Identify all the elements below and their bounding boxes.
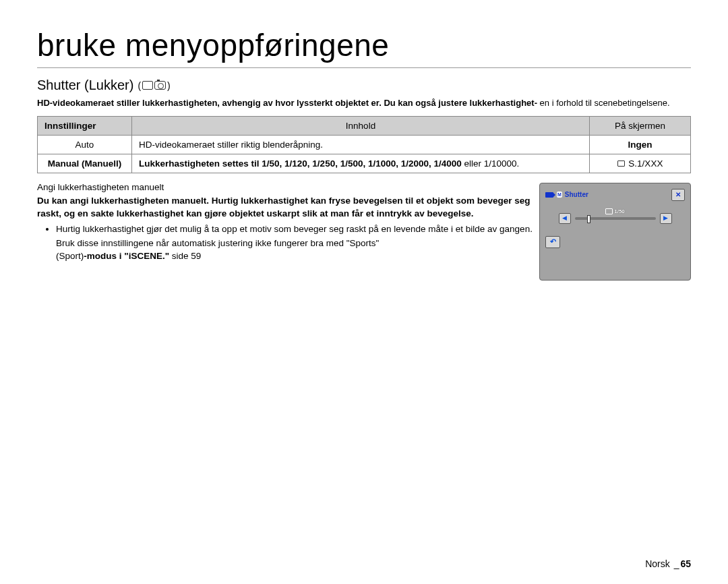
arrow-right-icon: ▶ bbox=[663, 214, 668, 223]
intro-rest: en i forhold til scenebetingelsene. bbox=[540, 98, 670, 108]
page-title: bruke menyoppføringene bbox=[37, 27, 691, 68]
camera-icon bbox=[545, 192, 553, 198]
lcd-title: M Shutter bbox=[545, 190, 667, 200]
mode-icons: ( ) bbox=[138, 80, 170, 91]
cell-setting: Manual (Manuell) bbox=[38, 154, 132, 173]
cell-content: HD-videokameraet stiller riktig blenderå… bbox=[132, 135, 590, 154]
cell-content-bold: Lukkerhastigheten settes til 1/50, 1/120… bbox=[139, 158, 464, 169]
manual-badge-icon: M bbox=[557, 192, 562, 198]
cell-display: S.1/XXX bbox=[590, 154, 691, 173]
manual-description: Du kan angi lukkerhastigheten manuelt. H… bbox=[37, 195, 549, 221]
lcd-value-text: 1/50 bbox=[614, 208, 625, 214]
th-settings: Innstillinger bbox=[38, 116, 132, 135]
tips-list: Hurtig lukkerhastighet gjør det mulig å … bbox=[56, 223, 555, 236]
table-row: Auto HD-videokameraet stiller riktig ble… bbox=[38, 135, 691, 154]
manual-mode-icon bbox=[617, 160, 625, 167]
sub2b: -modus i "iSCENE." bbox=[84, 251, 172, 261]
close-icon: ✕ bbox=[675, 190, 681, 200]
footer-lang: Norsk bbox=[645, 558, 670, 569]
photo-mode-icon bbox=[154, 81, 166, 90]
video-mode-icon bbox=[142, 81, 153, 90]
section-heading: Shutter (Lukker) ( ) bbox=[37, 78, 691, 93]
sub2a: (Sport) bbox=[56, 251, 84, 261]
th-display: På skjermen bbox=[590, 116, 691, 135]
table-row: Manual (Manuell) Lukkerhastigheten sette… bbox=[38, 154, 691, 173]
sub2c: side 59 bbox=[172, 251, 202, 261]
footer-sep: _ bbox=[674, 558, 679, 569]
table-header-row: Innstillinger Innhold På skjermen bbox=[38, 116, 691, 135]
paren-open: ( bbox=[138, 80, 141, 91]
arrow-left-icon: ◀ bbox=[562, 214, 567, 223]
lcd-value: 1/50 bbox=[540, 208, 690, 215]
cell-content: Lukkerhastigheten settes til 1/50, 1/120… bbox=[132, 154, 590, 173]
lcd-title-text: Shutter bbox=[565, 190, 588, 200]
list-item: Hurtig lukkerhastighet gjør det mulig å … bbox=[56, 223, 555, 236]
cell-content-suffix: eller 1/10000. bbox=[464, 158, 520, 169]
page-footer: Norsk _65 bbox=[645, 558, 691, 569]
back-button[interactable]: ↶ bbox=[545, 236, 560, 248]
paren-close: ) bbox=[167, 80, 171, 91]
intro-paragraph: HD-videokameraet stiller lukkerhastighet… bbox=[37, 97, 691, 109]
tip-subline-2: (Sport)-modus i "iSCENE." side 59 bbox=[56, 250, 555, 263]
settings-table: Innstillinger Innhold På skjermen Auto H… bbox=[37, 116, 691, 173]
intro-bold: HD-videokameraet stiller lukkerhastighet… bbox=[37, 98, 537, 108]
manual-section: Angi lukkerhastigheten manuelt Du kan an… bbox=[37, 181, 691, 263]
subtitle-text: Shutter (Lukker) bbox=[37, 78, 133, 93]
value-mode-icon bbox=[605, 208, 613, 214]
cell-setting: Auto bbox=[38, 135, 132, 154]
close-button[interactable]: ✕ bbox=[671, 189, 685, 201]
footer-page: 65 bbox=[680, 558, 691, 569]
return-icon: ↶ bbox=[550, 237, 556, 247]
th-content: Innhold bbox=[132, 116, 590, 135]
shutter-slider[interactable] bbox=[575, 217, 656, 220]
tip-subline-1: Bruk disse innstillingene når automatisk… bbox=[56, 237, 555, 250]
lcd-preview: M Shutter ✕ 1/50 ◀ ▶ ↶ bbox=[539, 183, 691, 281]
cell-display-text: S.1/XXX bbox=[626, 158, 663, 169]
cell-display: Ingen bbox=[590, 135, 691, 154]
